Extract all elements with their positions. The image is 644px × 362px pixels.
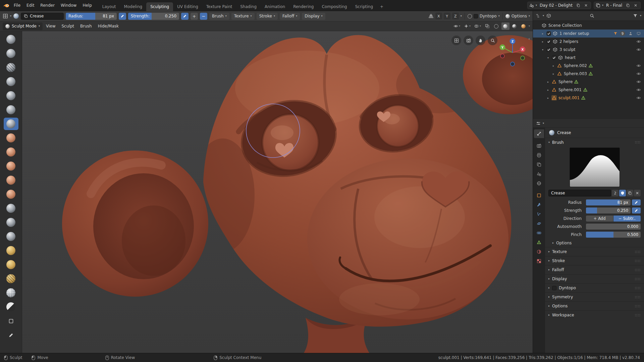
row-label[interactable]: sculpt.001: [558, 96, 580, 100]
tool-box-hide[interactable]: [4, 315, 18, 327]
panel-display[interactable]: ▸ Display: [545, 274, 644, 283]
grid-ortho-button[interactable]: [451, 36, 461, 45]
mirror-z-toggle[interactable]: Z: [452, 13, 459, 19]
brush-preview[interactable]: [570, 147, 620, 187]
brush-rotate[interactable]: [4, 258, 18, 271]
menu-sculpt[interactable]: Sculpt: [59, 24, 77, 28]
direction-subtract-button[interactable]: −: [200, 13, 207, 20]
hide-eye-icon[interactable]: [636, 87, 641, 93]
scene-selector[interactable]: ▾ Day 02 - Delight: [527, 2, 591, 9]
panel-texture[interactable]: ▸ Texture: [545, 247, 644, 256]
radius-slider[interactable]: 81 px: [586, 199, 631, 205]
row-label[interactable]: Sphere.001: [558, 87, 582, 92]
row-label[interactable]: Sphere: [558, 79, 573, 84]
strength-slider[interactable]: Strength: 0.250: [128, 13, 179, 20]
tab-sculpting[interactable]: Sculpting: [146, 2, 173, 11]
expand-caret-icon[interactable]: ▸: [540, 40, 545, 43]
dyntopo-label[interactable]: Dyntopo: [480, 14, 497, 18]
gizmos-toggle-button[interactable]: ▾: [463, 22, 472, 30]
brush-fill[interactable]: [4, 160, 18, 172]
pinch-slider[interactable]: 0.500: [586, 232, 641, 238]
panel-options[interactable]: ▸ Options: [545, 301, 644, 310]
mirror-y-toggle[interactable]: Y: [444, 13, 450, 19]
chevron-down-icon[interactable]: ▾: [529, 15, 530, 17]
row-sculpt-collection[interactable]: ▾ 3 sculpt: [533, 46, 644, 54]
selectable-icon[interactable]: [628, 31, 633, 36]
brush-name-input[interactable]: Crease: [548, 190, 611, 196]
brush-flatten[interactable]: [4, 146, 18, 158]
fake-user-shield-button[interactable]: [619, 190, 626, 196]
panel-grip[interactable]: [635, 141, 641, 144]
row-label[interactable]: 1 render setup: [559, 31, 589, 36]
expand-caret-icon[interactable]: ▸: [546, 97, 550, 100]
tab-physics[interactable]: [534, 219, 544, 228]
tab-modifiers[interactable]: [534, 200, 544, 209]
hide-eye-icon[interactable]: [636, 39, 641, 44]
expand-caret-icon[interactable]: ▸: [551, 64, 556, 67]
autosmooth-slider[interactable]: 0.000: [586, 224, 641, 230]
brush-box-mask[interactable]: [4, 301, 18, 313]
shading-rendered-button[interactable]: [520, 22, 528, 30]
panel-symmetry[interactable]: ▸ Symmetry: [545, 292, 644, 301]
pan-view-button[interactable]: [476, 36, 485, 45]
radius-pressure-button[interactable]: [632, 199, 641, 205]
tab-rendering[interactable]: Rendering: [289, 2, 318, 11]
tab-scripting[interactable]: Scripting: [351, 2, 377, 11]
hide-eye-icon[interactable]: [636, 47, 641, 52]
brush-browse-icon[interactable]: [24, 14, 28, 18]
checkbox-icon[interactable]: [551, 55, 557, 60]
filter-icon[interactable]: [633, 13, 638, 18]
subpanel-options[interactable]: ▸ Options: [545, 239, 644, 247]
row-label[interactable]: 2 helpers: [559, 39, 578, 44]
tab-texture-paint[interactable]: Texture Paint: [202, 2, 236, 11]
duplicate-brush-button[interactable]: [627, 190, 633, 196]
collapse-caret-icon[interactable]: ▾: [546, 56, 550, 59]
expand-caret-icon[interactable]: ▸: [546, 88, 550, 92]
tab-layout[interactable]: Layout: [98, 2, 120, 11]
hide-eye-icon[interactable]: [636, 71, 641, 76]
expand-caret-icon[interactable]: ▸: [540, 32, 545, 35]
search-icon[interactable]: [590, 13, 594, 18]
row-label[interactable]: Scene Collection: [548, 23, 582, 28]
row-label[interactable]: heart: [565, 55, 576, 60]
mode-selector[interactable]: Sculpt Mode ▾: [3, 22, 43, 30]
brush-name-field[interactable]: Crease: [21, 13, 64, 20]
expand-caret-icon[interactable]: ▸: [546, 80, 550, 83]
navigation-gizmo[interactable]: X Y Z: [497, 37, 528, 68]
object-visibility-button[interactable]: ▾: [452, 22, 462, 30]
row-sculpt-001[interactable]: ▸ sculpt.001: [533, 94, 644, 102]
brush-inflate[interactable]: [4, 89, 18, 102]
hide-eye-icon[interactable]: [636, 79, 641, 84]
brush-crease[interactable]: [4, 118, 18, 130]
direction-add-button[interactable]: +: [191, 13, 198, 20]
menu-edit[interactable]: Edit: [23, 0, 37, 11]
shading-wireframe-button[interactable]: [492, 22, 500, 30]
menu-render[interactable]: Render: [37, 0, 58, 11]
tab-material[interactable]: [534, 247, 544, 256]
filter-restrict-icon[interactable]: [613, 31, 618, 36]
row-sphere-001[interactable]: ▸ Sphere.001: [533, 86, 644, 94]
strength-pressure-button[interactable]: [632, 207, 641, 214]
panel-workspace[interactable]: ▸ Workspace: [545, 310, 644, 319]
brush-scrape[interactable]: [4, 174, 18, 186]
falloff-dropdown[interactable]: Falloff▾: [280, 13, 300, 20]
row-label[interactable]: 3 sculpt: [559, 47, 576, 52]
tab-constraints[interactable]: [534, 229, 544, 237]
dyntopo-checkbox[interactable]: [552, 286, 556, 290]
strength-slider[interactable]: 0.250: [586, 207, 631, 214]
blender-logo-icon[interactable]: [2, 2, 11, 8]
properties-editor-icon[interactable]: [536, 121, 541, 126]
brush-mask[interactable]: [4, 287, 18, 299]
add-workspace-button[interactable]: +: [377, 2, 386, 11]
outliner-editor-icon[interactable]: [536, 13, 540, 18]
hide-eye-icon[interactable]: [636, 95, 641, 101]
view-layer-selector[interactable]: ▾ R - Final: [594, 2, 641, 9]
shading-solid-button[interactable]: [501, 22, 509, 30]
menu-brush[interactable]: Brush: [77, 24, 95, 28]
new-view-layer-button[interactable]: [625, 2, 631, 8]
user-count-button[interactable]: 2: [612, 190, 619, 196]
display-dropdown[interactable]: Display▾: [302, 13, 325, 20]
brush-layer[interactable]: [4, 75, 18, 88]
brush-blob[interactable]: [4, 104, 18, 116]
brush-datablock-icon[interactable]: [13, 13, 19, 19]
